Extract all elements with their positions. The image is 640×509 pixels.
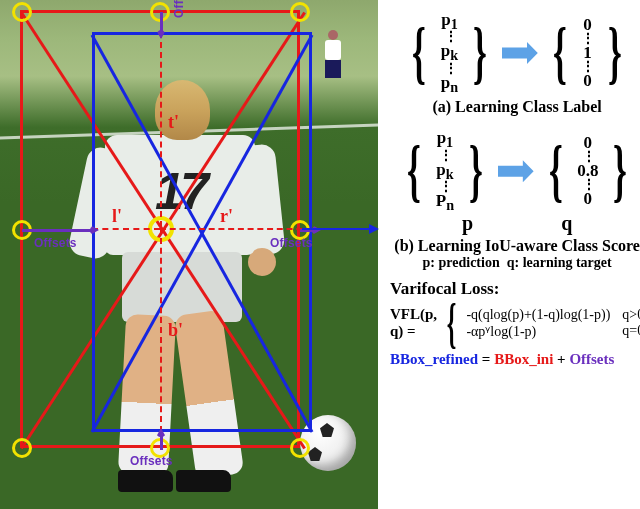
p-symbol: p	[462, 212, 473, 235]
star-point-icon	[290, 2, 310, 22]
panel-b-caption: (b) Learning IoU-aware Class Score	[390, 237, 640, 255]
panel-b-vectors: { p1 ⋮ pk ⋮ Pn } { 0⋮ 0.8⋮ 0 }	[390, 128, 640, 214]
target-vector: 0⋮ 0.8⋮ 0	[577, 133, 598, 209]
pq-legend: p: prediction q: learning target	[390, 255, 640, 271]
q-symbol: q	[561, 212, 572, 235]
panel-a-caption: (a) Learning Class Label	[390, 98, 640, 116]
dim-label-left: l'	[112, 206, 122, 227]
vfl-case2-expr: -αpᵞlog(1-p)	[466, 323, 536, 340]
brace-icon: {	[412, 25, 426, 81]
background-player	[322, 30, 344, 80]
offset-label-bottom: Offsets	[130, 454, 173, 468]
brace-icon: }	[613, 143, 627, 199]
maps-to-arrow-icon	[498, 160, 534, 182]
brace-icon: {	[549, 143, 563, 199]
vfl-case1-expr: -q(qlog(p)+(1-q)log(1-p))	[466, 307, 610, 323]
vfl-case2-cond: q=0	[622, 323, 640, 340]
vfl-case1-cond: q>0	[622, 307, 640, 323]
brace-icon: {	[407, 143, 421, 199]
brace-icon: }	[608, 25, 622, 81]
bbox-refined	[92, 32, 312, 432]
star-point-icon	[290, 438, 310, 458]
dim-line-bottom	[160, 228, 162, 432]
dim-label-top: t'	[168, 112, 179, 133]
star-point-icon	[12, 438, 32, 458]
panel-a-vectors: { p1 ⋮ pk ⋮ pn } { 0⋮ 1⋮ 0 }	[390, 10, 640, 96]
brace-icon: }	[473, 25, 487, 81]
pointer-arrow-icon	[302, 228, 376, 230]
prediction-vector: p1 ⋮ pk ⋮ pn	[441, 10, 458, 96]
prediction-vector: p1 ⋮ pk ⋮ Pn	[436, 128, 454, 214]
target-vector: 0⋮ 1⋮ 0	[581, 15, 593, 91]
maps-to-arrow-icon	[502, 42, 538, 64]
star-point-icon	[12, 2, 32, 22]
bbox-equation: BBox_refined = BBox_ini + Offsets	[390, 351, 640, 368]
brace-icon: }	[469, 143, 483, 199]
offset-label-top: Offsets	[172, 0, 186, 18]
vfl-lhs: VFL(p, q) =	[390, 306, 437, 340]
dim-label-right: r'	[220, 206, 233, 227]
annotated-image: 17 t' l' r' b' Offsets	[0, 0, 378, 509]
vfl-title: Varifocal Loss:	[390, 279, 640, 299]
dim-line-right	[160, 228, 312, 230]
dim-line-top	[160, 32, 162, 227]
vfl-equation: VFL(p, q) = { -q(qlog(p)+(1-q)log(1-p))q…	[390, 303, 640, 343]
offset-label-left: Offsets	[34, 236, 77, 250]
brace-icon: {	[447, 303, 457, 343]
offset-label-right: Offsets	[270, 236, 313, 250]
explanation-panel: { p1 ⋮ pk ⋮ pn } { 0⋮ 1⋮ 0 } (a) Learnin…	[378, 0, 640, 509]
brace-icon: {	[553, 25, 567, 81]
dim-label-bottom: b'	[168, 320, 183, 341]
